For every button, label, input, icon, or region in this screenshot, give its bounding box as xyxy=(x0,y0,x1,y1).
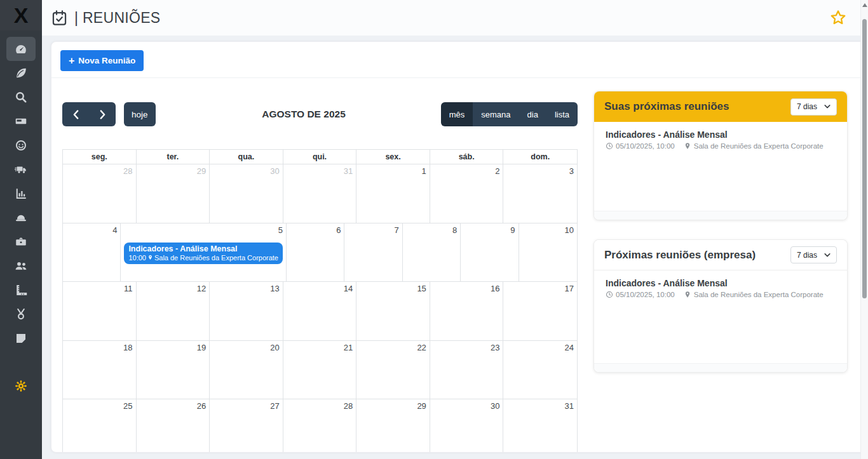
day-cell-28[interactable]: 28 xyxy=(63,164,137,223)
sidebar-item-dashboard[interactable] xyxy=(6,37,36,61)
day-cell-26[interactable]: 26 xyxy=(137,399,210,453)
users-icon xyxy=(15,260,27,272)
sidebar-item-bar-chart[interactable] xyxy=(6,182,36,206)
day-cell-25[interactable]: 25 xyxy=(63,399,137,453)
day-number: 27 xyxy=(213,401,280,411)
day-cell-18[interactable]: 18 xyxy=(63,341,137,399)
view-mes-button[interactable]: mês xyxy=(441,102,473,126)
day-cell-2[interactable]: 2 xyxy=(430,164,504,223)
calendar-week-row: 25 26 27 28 29 30 31 xyxy=(63,399,577,453)
sidebar-item-settings[interactable] xyxy=(6,374,36,398)
sidebar-item-money-check[interactable] xyxy=(6,109,36,133)
days-filter-select[interactable]: 7 dias xyxy=(790,98,837,116)
day-cell-29[interactable]: 29 xyxy=(137,164,210,223)
day-cell-23[interactable]: 23 xyxy=(430,341,504,399)
day-cell-14[interactable]: 14 xyxy=(283,282,357,340)
day-cell-3[interactable]: 3 xyxy=(503,164,577,223)
sidebar-item-toolbox[interactable] xyxy=(6,230,36,254)
day-cell-11[interactable]: 11 xyxy=(63,282,137,340)
meeting-list-item[interactable]: Indicadores - Análise Mensal 05/10/2025,… xyxy=(606,130,836,150)
day-cell-28[interactable]: 28 xyxy=(283,399,357,453)
day-cell-31[interactable]: 31 xyxy=(283,164,357,223)
panel-body: Indicadores - Análise Mensal 05/10/2025,… xyxy=(594,270,847,363)
day-cell-7[interactable]: 7 xyxy=(344,223,402,282)
bar-chart-icon xyxy=(15,187,27,200)
day-cell-6[interactable]: 6 xyxy=(287,223,344,282)
days-filter-select[interactable]: 7 dias xyxy=(790,246,837,263)
event-time: 10:00 xyxy=(128,254,146,262)
sidebar-item-hard-hat[interactable] xyxy=(6,206,36,230)
favorite-star-icon[interactable] xyxy=(829,9,847,27)
calendar-event[interactable]: Indicadores - Análise Mensal 10:00 Sala … xyxy=(124,243,283,264)
content-row: AGOSTO DE 2025 hoje mêssemanadialista xyxy=(51,78,865,453)
day-cell-16[interactable]: 16 xyxy=(430,282,504,340)
day-cell-10[interactable]: 10 xyxy=(519,223,577,282)
day-cell-9[interactable]: 9 xyxy=(461,223,519,282)
panel-footer xyxy=(594,211,847,220)
sidebar-item-users[interactable] xyxy=(6,254,36,278)
calendar-toolbar: AGOSTO DE 2025 hoje mêssemanadialista xyxy=(62,102,578,126)
panel-company-meetings: Próximas reuniões (empresa) 7 dias Indic… xyxy=(593,239,848,373)
sidebar-item-leaf[interactable] xyxy=(6,61,36,85)
ruler-icon xyxy=(15,284,27,296)
day-cell-12[interactable]: 12 xyxy=(137,282,210,340)
day-number: 23 xyxy=(433,342,500,353)
day-number: 17 xyxy=(506,283,574,294)
day-number: 3 xyxy=(506,166,574,176)
weekday-header: qua. xyxy=(210,150,283,164)
app-logo[interactable]: X xyxy=(0,0,42,30)
sidebar-item-ruler[interactable] xyxy=(6,278,36,302)
meeting-list-item[interactable]: Indicadores - Análise Mensal 05/10/2025,… xyxy=(606,278,836,298)
truck-icon xyxy=(15,163,27,176)
sidebar-bottom xyxy=(0,374,42,459)
next-month-button[interactable] xyxy=(89,102,116,126)
new-meeting-button[interactable]: + Nova Reunião xyxy=(60,50,144,71)
sidebar-item-sticky-note[interactable] xyxy=(6,326,36,350)
day-cell-4[interactable]: 4 xyxy=(63,223,121,282)
day-cell-21[interactable]: 21 xyxy=(283,341,357,399)
prev-month-button[interactable] xyxy=(62,102,89,126)
day-cell-5[interactable]: 5 Indicadores - Análise Mensal 10:00 Sal… xyxy=(121,223,287,282)
days-filter-value: 7 dias xyxy=(797,251,817,260)
day-cell-17[interactable]: 17 xyxy=(503,282,577,340)
day-number: 4 xyxy=(66,225,117,236)
view-dia-button[interactable]: dia xyxy=(519,102,546,126)
scroll-up-arrow[interactable] xyxy=(862,3,867,7)
calendar-grid: seg.ter.qua.qui.sex.sáb.dom. 28 29 30 31… xyxy=(62,149,578,453)
event-meta: 10:00 Sala de Reuniões da Experta Corpor… xyxy=(128,254,278,262)
day-cell-31[interactable]: 31 xyxy=(503,399,577,453)
day-cell-30[interactable]: 30 xyxy=(430,399,504,453)
event-title: Indicadores - Análise Mensal xyxy=(128,244,278,253)
day-cell-1[interactable]: 1 xyxy=(356,164,430,223)
scrollbar-thumb[interactable] xyxy=(862,19,867,298)
day-cell-24[interactable]: 24 xyxy=(503,341,577,399)
day-number: 24 xyxy=(506,342,574,353)
day-cell-27[interactable]: 27 xyxy=(210,399,283,453)
day-number: 9 xyxy=(464,225,515,236)
new-meeting-label: Nova Reunião xyxy=(78,56,135,65)
view-lista-button[interactable]: lista xyxy=(546,102,578,126)
day-cell-19[interactable]: 19 xyxy=(137,341,210,399)
day-number: 25 xyxy=(66,401,133,411)
day-cell-20[interactable]: 20 xyxy=(210,341,283,399)
sidebar-item-search[interactable] xyxy=(6,85,36,109)
day-number: 31 xyxy=(287,166,353,176)
panel-title: Próximas reuniões (empresa) xyxy=(604,249,756,262)
page-title: | REUNIÕES xyxy=(74,10,161,27)
view-semana-button[interactable]: semana xyxy=(473,102,519,126)
sidebar-item-smiley[interactable] xyxy=(6,133,36,157)
day-cell-29[interactable]: 29 xyxy=(356,399,430,453)
today-button[interactable]: hoje xyxy=(124,102,156,126)
sidebar-item-truck[interactable] xyxy=(6,157,36,182)
day-cell-13[interactable]: 13 xyxy=(210,282,283,340)
chevron-left-icon xyxy=(72,110,79,119)
day-cell-15[interactable]: 15 xyxy=(356,282,430,340)
day-cell-8[interactable]: 8 xyxy=(403,223,461,282)
meeting-datetime: 05/10/2025, 10:00 xyxy=(616,142,675,150)
day-cell-30[interactable]: 30 xyxy=(210,164,283,223)
plus-icon: + xyxy=(69,56,74,66)
day-number: 11 xyxy=(66,283,133,294)
page-scrollbar[interactable] xyxy=(860,0,868,459)
day-cell-22[interactable]: 22 xyxy=(356,341,430,399)
sidebar-item-medal[interactable] xyxy=(6,302,36,326)
